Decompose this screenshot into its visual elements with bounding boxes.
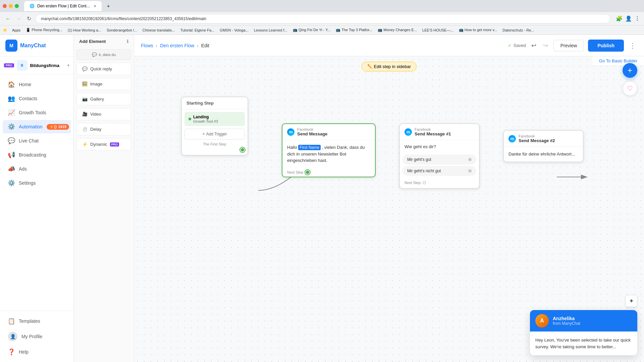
undo-button[interactable]: ↩: [530, 41, 538, 51]
node2-title: Send Message #1: [415, 131, 451, 136]
workspace-name: Bildungsfirma: [30, 63, 65, 68]
breadcrumb-sep-1: ›: [156, 43, 158, 48]
bookmark-gmsn[interactable]: GMSN - Vologa...: [218, 27, 251, 33]
bookmark-qing[interactable]: 📺 Qing Fei De Yi - Y...: [291, 27, 333, 33]
refresh-button[interactable]: ↻: [25, 14, 33, 23]
sidebar-item-growth-tools[interactable]: 📈 Growth Tools: [3, 106, 71, 119]
canvas-area[interactable]: ✏️ Edit step in sidebar + ♡: [134, 56, 644, 362]
bookmark-how-working[interactable]: (1) How Working a...: [66, 27, 103, 33]
bookmark-phone[interactable]: 📱 Phone Recycling...: [24, 27, 64, 33]
bookmark-chinese[interactable]: Chinese translatio...: [140, 27, 177, 33]
send-message-node-3[interactable]: m Facebook Send Message #2 Danke für dei…: [503, 130, 584, 162]
sidebar-item-settings[interactable]: ⚙️ Settings: [3, 176, 71, 190]
breadcrumb-flow-name[interactable]: Den ersten Flow: [160, 43, 194, 48]
profile-icon[interactable]: 👤: [625, 15, 632, 22]
panel-header: Add Element ℹ: [74, 35, 134, 48]
node3-platform: Facebook: [519, 134, 555, 138]
magic-wand-button[interactable]: ✦: [625, 295, 637, 307]
bookmark-lessons[interactable]: Lessons Learned f...: [252, 27, 289, 33]
bookmark-apps[interactable]: Apps: [10, 27, 22, 33]
trigger-info: Landing Growth Tool #3: [193, 115, 218, 123]
bookmark-tutorial[interactable]: Tutorial: Eigene Fa...: [178, 27, 217, 33]
node1-body[interactable]: Hallo First Name , vielen Dank, dass du …: [282, 140, 375, 168]
trigger-item[interactable]: Landing Growth Tool #3: [184, 112, 245, 126]
extensions-icon[interactable]: 🧩: [616, 15, 623, 22]
settings-icon[interactable]: ⋮: [635, 15, 640, 22]
bookmark-datenschutz[interactable]: Datenschutz - Re...: [500, 27, 536, 33]
app-container: M ManyChat PRO B Bildungsfirma ▾ 🏠 Home …: [0, 35, 644, 362]
partial-element-icon: 💬: [92, 52, 97, 57]
sidebar-item-templates[interactable]: 📋 Templates: [3, 314, 71, 328]
dynamic-pro-badge: PRO: [110, 142, 119, 146]
templates-label: Templates: [19, 318, 40, 324]
more-options-button[interactable]: ⋮: [628, 40, 637, 51]
automation-label: Automation: [19, 124, 43, 129]
sidebar-item-ads[interactable]: 📣 Ads: [3, 162, 71, 176]
home-label: Home: [19, 82, 31, 87]
bookmark-money[interactable]: 📺 Money Changes E...: [376, 27, 419, 33]
first-step-label: The First Step: [182, 142, 248, 146]
element-delay[interactable]: ⏱️ Delay: [76, 123, 131, 135]
send-message-node-1[interactable]: m Facebook Send Message Hallo First Name…: [282, 123, 376, 177]
ads-label: Ads: [19, 166, 27, 172]
growth-tools-icon: 📈: [8, 109, 15, 116]
sidebar-item-home[interactable]: 🏠 Home: [3, 78, 71, 91]
info-icon[interactable]: ℹ: [127, 39, 128, 44]
element-video[interactable]: 🎥 Video: [76, 108, 131, 120]
basic-builder-link[interactable]: Go To Basic Builder: [592, 56, 644, 66]
node1-header: m Facebook Send Message: [282, 124, 375, 140]
preview-button[interactable]: Preview: [553, 40, 584, 51]
chat-body[interactable]: Hey Leon, You've been selected to take o…: [530, 331, 637, 355]
bookmarks-bar: ⭐ Apps 📱 Phone Recycling... (1) How Work…: [0, 25, 644, 35]
element-dynamic[interactable]: ⚡ Dynamic PRO: [76, 138, 131, 150]
browser-chrome: 🌐 Den ersten Flow | Edit Content × +: [0, 0, 644, 12]
sidebar-item-help[interactable]: ❓ Help: [3, 345, 71, 359]
tab-close-button[interactable]: ×: [94, 3, 96, 9]
node3-message: Danke für deine ehrliche Antwort...: [508, 152, 575, 157]
sidebar-item-contacts[interactable]: 👥 Contacts: [3, 92, 71, 105]
add-trigger-button[interactable]: + Add Trigger: [184, 129, 245, 139]
edit-hint-text: ✏️ Edit step in sidebar: [367, 64, 411, 69]
redo-button[interactable]: ↪: [542, 41, 549, 51]
back-button[interactable]: ←: [4, 14, 12, 23]
new-tab-button[interactable]: +: [104, 2, 112, 10]
breadcrumb-flows[interactable]: Flows: [141, 43, 153, 48]
node2-next-step: Next Step: [400, 177, 479, 188]
forward-button[interactable]: →: [15, 14, 23, 23]
video-icon: 🎥: [82, 112, 88, 117]
starting-step-node[interactable]: Starting Step Landing Growth Tool #3 + A…: [181, 97, 248, 156]
reply-option-2[interactable]: Mir geht's nicht gut: [402, 166, 476, 176]
reply-dot-1: [468, 158, 472, 161]
checkmark-icon: ✓: [508, 43, 512, 48]
messenger-icon: m: [287, 128, 294, 136]
sidebar-item-profile[interactable]: 👤 My Profile: [3, 328, 71, 345]
publish-button[interactable]: Publish: [588, 40, 624, 52]
send-message-node-2[interactable]: m Facebook Send Message #1 Wie geht es d…: [399, 123, 480, 189]
gallery-label: Gallery: [90, 97, 104, 102]
add-element-fab[interactable]: +: [623, 63, 637, 78]
url-input[interactable]: [35, 14, 610, 23]
help-label: Help: [19, 349, 29, 355]
logo: M ManyChat: [0, 35, 73, 57]
reply-option-1[interactable]: Mir geht's gut: [402, 155, 476, 165]
favorites-button[interactable]: ♡: [623, 81, 637, 96]
node2-platform: Facebook: [415, 127, 451, 131]
bookmark-lee[interactable]: LEE'S HOUSE—...: [420, 27, 455, 33]
bookmark-top3[interactable]: 📺 The Top 3 Platfor...: [334, 27, 374, 33]
settings-nav-icon: ⚙️: [8, 180, 15, 186]
bookmark-sonder[interactable]: Sonderangebot /...: [105, 27, 139, 33]
element-image[interactable]: 🖼️ Image: [76, 78, 131, 90]
home-icon: 🏠: [8, 81, 15, 88]
sidebar-item-automation[interactable]: ⚙️ Automation ⚡{} 1919: [3, 120, 71, 133]
element-quick-reply[interactable]: 💬 Quick reply: [76, 63, 131, 75]
bookmark-howmore[interactable]: 📺 How to get more v...: [457, 27, 499, 33]
element-gallery[interactable]: 📷 Gallery: [76, 93, 131, 105]
contacts-label: Contacts: [19, 96, 37, 101]
sidebar-item-live-chat[interactable]: 💬 Live Chat: [3, 134, 71, 147]
browser-tab[interactable]: 🌐 Den ersten Flow | Edit Content ×: [24, 1, 102, 11]
sidebar-nav: 🏠 Home 👥 Contacts 📈 Growth Tools ⚙️ Auto…: [0, 74, 73, 311]
video-label: Video: [90, 112, 101, 117]
workspace-selector[interactable]: PRO B Bildungsfirma ▾: [0, 57, 73, 74]
partial-element-item[interactable]: 💬 k, dass du: [76, 49, 131, 60]
sidebar-item-broadcasting[interactable]: 📢 Broadcasting: [3, 148, 71, 162]
